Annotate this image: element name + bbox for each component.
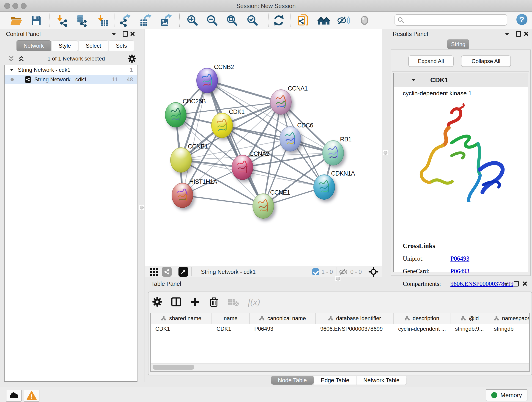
expand-all-icon[interactable] xyxy=(18,55,25,62)
delete-column-trash-icon[interactable] xyxy=(209,297,219,307)
create-column-plus-icon[interactable] xyxy=(190,297,200,307)
network-node-ccne1[interactable] xyxy=(253,193,274,219)
results-panel-close-icon[interactable] xyxy=(524,32,528,36)
column-header-shared-name[interactable]: shared name xyxy=(151,313,212,324)
zoom-in-button[interactable] xyxy=(185,13,200,27)
tab-select[interactable]: Select xyxy=(79,40,108,51)
network-node-cdkn1a[interactable] xyxy=(313,174,335,200)
delete-table-icon[interactable] xyxy=(227,297,239,306)
zoom-out-button[interactable] xyxy=(205,13,219,27)
show-selected-button[interactable] xyxy=(357,13,372,27)
table-cell: CDK1 xyxy=(212,324,250,334)
gene-collapse-icon[interactable] xyxy=(412,79,416,81)
control-panel-float-icon[interactable] xyxy=(123,31,128,37)
cloud-status-button[interactable] xyxy=(6,390,22,402)
tab-style[interactable]: Style xyxy=(51,40,78,51)
network-node-label-ccna2: CCNA2 xyxy=(249,150,269,157)
show-hide-panels-button[interactable] xyxy=(317,13,331,27)
export-image-button[interactable] xyxy=(159,13,173,27)
column-header-namespace[interactable]: namespace xyxy=(489,313,530,324)
zoom-selected-button[interactable] xyxy=(245,13,260,27)
open-session-button[interactable] xyxy=(9,13,23,27)
results-panel-collapse-icon[interactable] xyxy=(505,33,509,36)
collection-expand-icon[interactable] xyxy=(10,69,13,71)
network-node-ccnb2[interactable] xyxy=(196,68,218,93)
table-panel-float-icon[interactable] xyxy=(514,281,519,287)
network-node-cdk1[interactable] xyxy=(211,113,233,138)
network-options-gear-icon[interactable] xyxy=(128,54,136,63)
table-panel-collapse-icon[interactable] xyxy=(504,283,508,285)
window-title: Session: New Session xyxy=(0,2,532,10)
network-collection-row[interactable]: String Network - cdk1 1 xyxy=(5,65,137,75)
table-options-gear-icon[interactable] xyxy=(152,297,162,307)
column-header--id[interactable]: @id xyxy=(450,313,489,324)
memory-button[interactable]: Memory xyxy=(486,389,527,401)
help-button[interactable]: ? xyxy=(516,14,527,25)
results-panel-title: Results Panel xyxy=(393,31,428,37)
fit-center-crosshair-icon[interactable] xyxy=(368,267,379,277)
table-panel-close-icon[interactable] xyxy=(522,281,527,286)
network-node-cdc25b[interactable] xyxy=(165,102,186,128)
network-node-hist1h1a[interactable] xyxy=(172,183,193,208)
collapse-all-button[interactable]: Collapse All xyxy=(461,56,511,67)
column-header-canonical-name[interactable]: canonical name xyxy=(250,313,316,324)
import-network-file-button[interactable] xyxy=(55,13,69,27)
tab-edge-table[interactable]: Edge Table xyxy=(314,376,356,385)
control-panel-collapse-icon[interactable] xyxy=(112,33,116,36)
refresh-button[interactable] xyxy=(272,13,286,27)
zoom-fit-button[interactable] xyxy=(225,13,239,27)
table-horizontal-scrollbar[interactable] xyxy=(151,363,529,371)
hide-selected-button[interactable] xyxy=(336,13,350,27)
tab-string[interactable]: String xyxy=(447,39,469,49)
crosslink-link[interactable]: P06493 xyxy=(450,255,469,262)
gene-card-header[interactable]: CDK1 xyxy=(394,73,528,87)
table-cell: P06493 xyxy=(250,324,316,334)
import-network-database-button[interactable] xyxy=(74,13,88,27)
column-header-description[interactable]: description xyxy=(394,313,450,324)
column-header-name[interactable]: name xyxy=(212,313,250,324)
birdseye-view-icon[interactable] xyxy=(178,267,188,277)
function-builder-icon[interactable]: f(x) xyxy=(248,297,260,307)
crosslink-label: GeneCard: xyxy=(403,268,450,275)
network-row[interactable]: String Network - cdk1 11 48 xyxy=(5,75,137,84)
crosslinks-heading: CrossLinks xyxy=(403,242,513,249)
network-node-ccna1[interactable] xyxy=(270,89,292,115)
control-panel-close-icon[interactable] xyxy=(130,32,135,36)
table-panel-title: Table Panel xyxy=(151,281,181,287)
table-row[interactable]: CDK1CDK1P064939606.ENSP00000378699cyclin… xyxy=(151,324,529,334)
eye-disabled-icon xyxy=(358,14,371,27)
results-panel-float-icon[interactable] xyxy=(516,31,521,37)
tab-network[interactable]: Network xyxy=(17,40,51,51)
column-header-database-identifier[interactable]: database identifier xyxy=(316,313,394,324)
tab-network-table[interactable]: Network Table xyxy=(356,376,407,385)
search-input[interactable] xyxy=(405,16,503,24)
crosslink-link[interactable]: P06493 xyxy=(450,268,469,275)
import-table-button[interactable] xyxy=(95,13,109,27)
memory-status-dot xyxy=(491,392,497,398)
network-node-cdc6[interactable] xyxy=(279,126,301,152)
attribute-icon xyxy=(494,316,499,321)
show-columns-icon[interactable] xyxy=(171,297,181,307)
expand-all-button[interactable]: Expand All xyxy=(408,56,454,67)
save-session-button[interactable] xyxy=(29,13,43,27)
network-node-ccnb1[interactable] xyxy=(170,147,192,172)
export-table-button[interactable] xyxy=(139,13,153,27)
attribute-icon xyxy=(259,316,265,321)
scrollbar-thumb[interactable] xyxy=(152,365,194,370)
network-node-ccna2[interactable] xyxy=(232,155,253,180)
collapse-all-icon[interactable] xyxy=(8,55,15,62)
table-cell: stringdb:9... xyxy=(450,324,489,334)
cloud-icon xyxy=(9,392,19,399)
network-node-rb1[interactable] xyxy=(322,140,344,166)
clone-network-button[interactable] xyxy=(296,13,310,27)
network-view-canvas[interactable]: CCNB2CCNA1CDC25BCDK1CDC6RB1CCNB1CCNA2CDK… xyxy=(145,29,382,266)
left-splitter-handle[interactable] xyxy=(139,205,144,210)
string-badge-icon[interactable] xyxy=(162,267,172,277)
right-splitter-handle[interactable] xyxy=(383,150,388,155)
graphics-details-grid-icon[interactable] xyxy=(150,267,159,276)
export-network-button[interactable] xyxy=(119,13,133,27)
warnings-button[interactable] xyxy=(24,390,39,402)
tab-node-table[interactable]: Node Table xyxy=(271,376,314,385)
tab-sets[interactable]: Sets xyxy=(109,40,134,51)
selected-checkbox[interactable] xyxy=(312,268,319,275)
